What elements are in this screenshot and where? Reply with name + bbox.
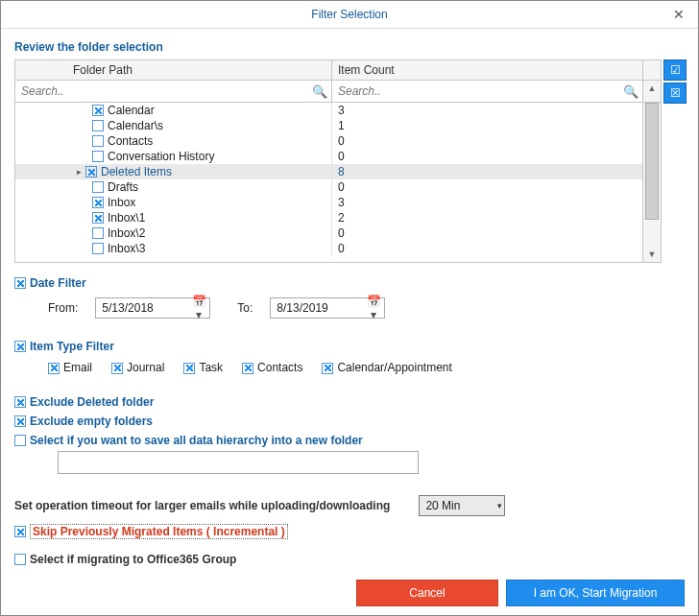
email-label: Email (63, 361, 92, 374)
folder-name: Calendar\s (108, 118, 163, 133)
to-label: To: (237, 301, 253, 315)
item-count: 0 (332, 149, 642, 164)
date-filter-checkbox[interactable] (14, 277, 26, 289)
window-title: Filter Selection (311, 8, 387, 21)
table-row[interactable]: Inbox\30 (15, 241, 642, 256)
table-row[interactable]: Calendar3 (15, 103, 642, 118)
email-checkbox[interactable] (48, 363, 60, 374)
from-date-picker[interactable]: 5/13/2018 📅▾ (95, 297, 210, 319)
folder-name: Inbox\1 (108, 210, 145, 225)
office365-group-checkbox[interactable] (14, 554, 26, 565)
folder-checkbox[interactable] (85, 166, 97, 178)
search-item-count-input[interactable] (336, 83, 623, 99)
grid-search-row: 🔍 🔍 ▲ (15, 81, 661, 103)
item-count: 0 (332, 225, 642, 241)
table-row[interactable]: ▸Deleted Items8 (15, 164, 642, 179)
grid-header: Folder Path Item Count (15, 60, 661, 81)
check-all-icon: ☑ (670, 63, 681, 77)
item-count: 3 (332, 103, 642, 118)
item-count: 0 (332, 241, 642, 256)
scrollbar-thumb[interactable] (645, 103, 659, 220)
folder-checkbox[interactable] (92, 105, 104, 116)
folder-checkbox[interactable] (92, 227, 104, 239)
to-date-picker[interactable]: 8/13/2019 📅▾ (270, 297, 385, 319)
folder-checkbox[interactable] (92, 135, 104, 147)
journal-label: Journal (127, 361, 164, 374)
uncheck-all-icon: ☒ (670, 86, 681, 100)
start-migration-button[interactable]: I am OK, Start Migration (506, 580, 685, 606)
journal-checkbox[interactable] (111, 363, 123, 374)
table-row[interactable]: Inbox\12 (15, 210, 642, 225)
table-row[interactable]: Drafts0 (15, 179, 642, 195)
timeout-dropdown[interactable]: 20 Min ▾ (419, 495, 505, 516)
search-folder-path-input[interactable] (19, 83, 312, 99)
folder-name: Inbox\3 (108, 241, 145, 256)
folder-name: Contacts (108, 133, 153, 149)
exclude-deleted-label: Exclude Deleted folder (30, 395, 154, 409)
expand-icon[interactable]: ▸ (77, 164, 82, 179)
calendar-label: Calendar/Appointment (337, 361, 451, 374)
item-count: 0 (332, 133, 642, 149)
scroll-down-arrow-icon[interactable]: ▼ (643, 247, 661, 262)
deselect-all-button[interactable]: ☒ (663, 83, 687, 104)
cancel-button[interactable]: Cancel (356, 580, 498, 606)
review-header: Review the folder selection (14, 40, 685, 54)
calendar-checkbox[interactable] (322, 363, 333, 374)
folder-name: Drafts (108, 179, 138, 195)
task-checkbox[interactable] (183, 363, 195, 374)
item-count: 8 (332, 164, 642, 179)
select-all-button[interactable]: ☑ (663, 59, 687, 81)
date-filter-label: Date Filter (30, 276, 86, 290)
window-close-button[interactable]: ✕ (660, 1, 698, 28)
chevron-down-icon: ▾ (497, 501, 502, 510)
timeout-label: Set operation timeout for larger emails … (14, 499, 390, 512)
folder-name: Calendar (108, 103, 155, 118)
item-count: 2 (332, 210, 642, 225)
folder-checkbox[interactable] (92, 212, 104, 224)
vertical-scrollbar[interactable]: ▼ (642, 103, 661, 262)
column-header-item-count[interactable]: Item Count (332, 60, 642, 80)
folder-checkbox[interactable] (92, 181, 104, 193)
save-hierarchy-checkbox[interactable] (14, 435, 26, 446)
from-date-value: 5/13/2018 (102, 301, 153, 315)
item-type-filter-label: Item Type Filter (30, 340, 114, 353)
folder-name: Conversation History (108, 149, 214, 164)
table-row[interactable]: Inbox\20 (15, 225, 642, 241)
folder-checkbox[interactable] (92, 151, 104, 162)
table-row[interactable]: Conversation History0 (15, 149, 642, 164)
item-count: 3 (332, 195, 642, 210)
scroll-up-arrow-icon[interactable]: ▲ (643, 81, 661, 96)
contacts-checkbox[interactable] (242, 363, 253, 374)
skip-previously-migrated-label: Skip Previously Migrated Items ( Increme… (30, 524, 288, 539)
folder-checkbox[interactable] (92, 243, 104, 254)
column-header-folder-path[interactable]: Folder Path (15, 60, 332, 80)
folder-name: Deleted Items (101, 164, 172, 179)
cancel-button-label: Cancel (409, 586, 445, 600)
folder-checkbox[interactable] (92, 120, 104, 131)
item-count: 0 (332, 179, 642, 195)
table-row[interactable]: Contacts0 (15, 133, 642, 149)
to-date-value: 8/13/2019 (277, 301, 327, 315)
folder-name: Inbox\2 (108, 225, 145, 241)
calendar-icon: 📅▾ (190, 295, 207, 321)
search-icon[interactable]: 🔍 (312, 84, 327, 99)
contacts-label: Contacts (257, 361, 302, 374)
start-migration-button-label: I am OK, Start Migration (534, 586, 658, 600)
timeout-value: 20 Min (425, 499, 460, 512)
table-row[interactable]: Inbox3 (15, 195, 642, 210)
folder-checkbox[interactable] (92, 197, 104, 208)
from-label: From: (48, 301, 78, 315)
item-type-filter-checkbox[interactable] (14, 341, 26, 352)
table-row[interactable]: Calendar\s1 (15, 118, 642, 133)
search-icon[interactable]: 🔍 (623, 84, 639, 99)
task-label: Task (199, 361, 223, 374)
exclude-empty-checkbox[interactable] (14, 415, 26, 427)
dialog-footer: Cancel I am OK, Start Migration (1, 571, 698, 615)
close-icon: ✕ (673, 7, 685, 22)
skip-previously-migrated-checkbox[interactable] (14, 526, 26, 537)
folder-name: Inbox (108, 195, 135, 210)
office365-group-label: Select if migrating to Office365 Group (30, 553, 236, 566)
exclude-deleted-checkbox[interactable] (14, 396, 26, 408)
calendar-icon: 📅▾ (365, 295, 382, 321)
new-folder-name-input[interactable] (58, 451, 419, 474)
